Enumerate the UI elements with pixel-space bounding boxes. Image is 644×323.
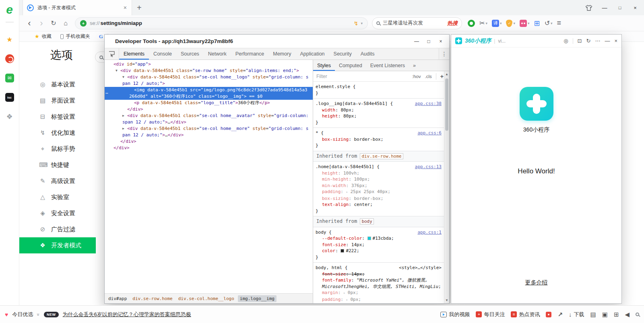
mail-icon[interactable]: ✉ xyxy=(5,74,14,82)
theme-skin-icon[interactable] xyxy=(585,5,592,11)
games-tool[interactable]: ▾ xyxy=(520,20,530,27)
color-swatch[interactable] xyxy=(341,249,344,253)
scrollbar-thumb[interactable] xyxy=(445,78,448,131)
locate-icon[interactable]: ◎ xyxy=(564,38,568,44)
styles-tab-computed[interactable]: Computed xyxy=(335,60,366,71)
translate-icon[interactable]: 译 xyxy=(492,20,499,27)
maximize-button[interactable]: □ xyxy=(613,2,627,14)
devtools-tab-security[interactable]: Security xyxy=(329,48,356,60)
search-icon[interactable] xyxy=(636,313,639,316)
nav-site-icon[interactable] xyxy=(5,54,14,63)
chevron-down-icon[interactable]: ▾ xyxy=(528,21,530,25)
stylesheet-link[interactable]: app.css:6 xyxy=(417,130,442,136)
security-tool[interactable]: ✓▾ xyxy=(506,20,515,27)
breadcrumb-item[interactable]: img.logo__img xyxy=(238,295,277,302)
refresh-button[interactable]: ↻ xyxy=(47,17,60,29)
back-button[interactable]: ‹ xyxy=(23,17,35,29)
scrollbar[interactable]: ▲ ▼ xyxy=(444,71,449,303)
browser-logo[interactable]: e xyxy=(4,4,16,16)
inherited-node-link[interactable]: body xyxy=(360,218,374,224)
chevron-down-icon[interactable]: ▾ xyxy=(500,21,502,25)
sidebar-item-标签设置[interactable]: ⊟标签设置 xyxy=(19,109,96,125)
expand-icon[interactable]: ▶ xyxy=(122,113,127,119)
headline-link[interactable]: 为什么会丢失6岁以前的记忆？心理学家的答案细思恐极 xyxy=(63,311,191,318)
css-property[interactable]: width: 80px; xyxy=(316,107,442,113)
dom-tree-node[interactable]: ▶<div data-v-584e45b1 class="se-col home… xyxy=(105,125,313,138)
forward-button[interactable]: › xyxy=(35,17,47,29)
styles-tab-styles[interactable]: Styles xyxy=(313,60,335,71)
sidebar-item-鼠标手势[interactable]: ⌖鼠标手势 xyxy=(19,141,96,157)
dom-tree-node[interactable]: </div> xyxy=(105,138,313,145)
new-style-rule-button[interactable]: + xyxy=(436,73,444,80)
refresh-icon[interactable]: ↻ xyxy=(586,38,591,44)
more-icon[interactable]: ⋯ xyxy=(595,38,600,44)
dom-tree-node[interactable]: <div id="app"> xyxy=(105,61,313,68)
hot-news-button[interactable]: ≡ 热点资讯 xyxy=(511,311,540,318)
favorites-star-icon[interactable]: ★ xyxy=(4,34,15,45)
devtools-tab-network[interactable]: Network xyxy=(204,48,231,60)
css-property[interactable]: font-size: 14px; xyxy=(316,271,442,278)
inherited-node-link[interactable]: div.se-row.home xyxy=(360,153,403,159)
css-property[interactable]: height: 80px; xyxy=(316,113,442,119)
more-intro-link[interactable]: 更多介绍 xyxy=(525,279,548,286)
css-property[interactable]: box-sizing: border-box; xyxy=(316,136,442,143)
hov-toggle[interactable]: :hov xyxy=(412,74,421,79)
breadcrumb-item[interactable]: div.se-row.home xyxy=(130,295,174,302)
styles-tab-event-listeners[interactable]: Event Listeners xyxy=(366,60,409,71)
breadcrumb-item[interactable]: div#app xyxy=(106,295,129,302)
gamepad-icon[interactable] xyxy=(520,20,527,27)
package-icon[interactable]: ▣ xyxy=(602,311,608,318)
printer-icon[interactable]: ▤ xyxy=(590,311,596,318)
collapse-icon[interactable]: ▼ xyxy=(116,68,120,74)
search-box[interactable]: 热搜 xyxy=(372,17,462,29)
css-property[interactable]: font-size: 14px; xyxy=(316,242,442,248)
bookmark-favorites[interactable]: ★ 收藏 xyxy=(35,33,52,40)
extension-green-icon[interactable] xyxy=(468,20,475,27)
devtools-tab-application[interactable]: Application xyxy=(295,48,329,60)
dom-tree-node[interactable]: </div> xyxy=(105,106,313,113)
dom-tree-node[interactable]: ▶<div data-v-584e45b1 class="se-col home… xyxy=(105,113,313,125)
chevron-down-icon[interactable]: ▾ xyxy=(485,21,487,25)
devtools-more-icon[interactable]: ⋮ xyxy=(439,48,449,60)
stylesheet-link[interactable]: app.css:13 xyxy=(415,164,442,170)
scissors-icon[interactable]: ✂ xyxy=(479,19,485,27)
isc-icon[interactable]: isc xyxy=(5,93,14,102)
devtools-tab-memory[interactable]: Memory xyxy=(268,48,295,60)
translate-tool[interactable]: 译▾ xyxy=(492,20,502,27)
sidebar-item-优化加速[interactable]: ↯优化加速 xyxy=(19,125,96,141)
minimize-icon[interactable]: — xyxy=(605,38,610,44)
home-button[interactable]: ⌂ xyxy=(60,17,72,29)
color-swatch[interactable] xyxy=(367,237,371,240)
promo-icon[interactable] xyxy=(546,312,551,317)
rocket-icon[interactable]: ↗ xyxy=(557,311,563,318)
address-dropdown-icon[interactable]: ▾ xyxy=(361,21,363,25)
scroll-up-icon[interactable]: ▲ xyxy=(445,72,448,76)
sidebar-item-界面设置[interactable]: ▤界面设置 xyxy=(19,93,96,109)
css-property[interactable]: --default-color: #13cbda; xyxy=(316,235,442,242)
browser-tab[interactable]: 选项 - 开发者模式 × xyxy=(23,0,132,15)
sidebar-item-广告过滤[interactable]: ⊘广告过滤 xyxy=(19,221,96,237)
css-property[interactable]: box-sizing: border-box; xyxy=(316,195,442,202)
apps-grid-icon[interactable]: ⊞ xyxy=(534,19,540,28)
breadcrumb-item[interactable]: div.se-col.home__logo xyxy=(176,295,236,302)
devtools-minimize-button[interactable]: — xyxy=(411,37,423,46)
collapse-icon[interactable]: ▼ xyxy=(122,74,127,80)
my-videos-button[interactable]: 我的视频 xyxy=(440,311,470,318)
miniapp-dock-icon[interactable]: ❖ xyxy=(4,111,15,122)
styles-tab--[interactable]: » xyxy=(409,60,420,71)
dom-tree-node[interactable]: <p data-v-584e45b1 class="logo__title">3… xyxy=(105,100,313,106)
daily-picks-label[interactable]: 今日优选 xyxy=(12,311,33,318)
styles-filter-input[interactable] xyxy=(316,74,408,79)
screenshot-tool[interactable]: ✂▾ xyxy=(479,19,487,27)
daily-follow-button[interactable]: + 每日关注 xyxy=(476,311,505,318)
css-property[interactable]: height: 100vh; xyxy=(316,170,442,177)
cls-toggle[interactable]: .cls xyxy=(425,74,432,79)
css-property[interactable]: min-height: 100px; xyxy=(316,176,442,183)
expand-icon[interactable]: ▶ xyxy=(122,125,127,132)
css-property[interactable]: text-align: center; xyxy=(316,202,442,208)
more-actions-icon[interactable]: ⋯ xyxy=(105,90,109,97)
minimize-button[interactable]: — xyxy=(597,2,612,14)
css-property[interactable]: padding: ▸ 0px; xyxy=(316,296,442,303)
css-property[interactable]: min-width: 376px; xyxy=(316,183,442,189)
devtools-tab-console[interactable]: Console xyxy=(149,48,176,60)
